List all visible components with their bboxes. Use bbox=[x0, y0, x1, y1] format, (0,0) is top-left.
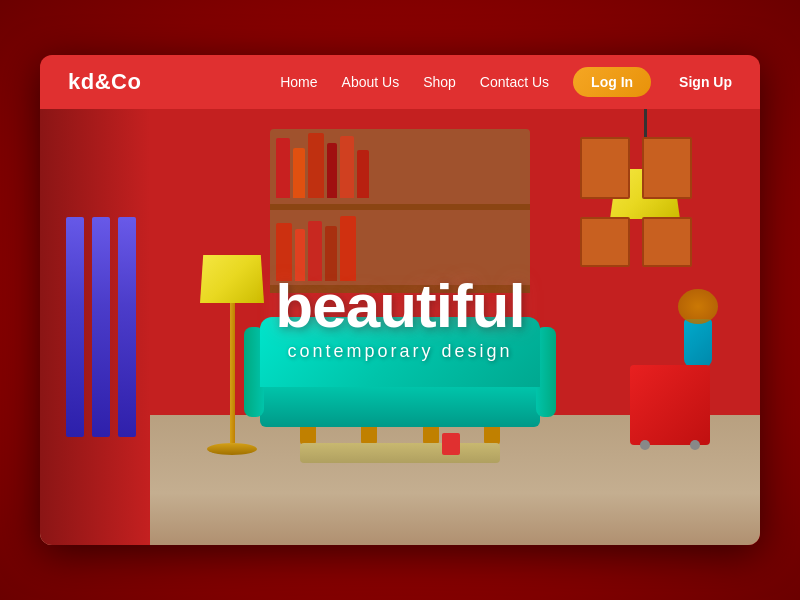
sofa-seat bbox=[260, 387, 540, 427]
window-strip-3 bbox=[118, 217, 136, 437]
window-strip-2 bbox=[92, 217, 110, 437]
window-strip-1 bbox=[66, 217, 84, 437]
vase bbox=[684, 319, 712, 367]
books-row bbox=[270, 129, 530, 202]
nav-contact[interactable]: Contact Us bbox=[480, 74, 549, 90]
login-button[interactable]: Log In bbox=[573, 67, 651, 97]
vase-plant bbox=[678, 289, 718, 324]
book bbox=[276, 223, 292, 281]
hero-section: beautiful contemporary design bbox=[40, 109, 760, 545]
coffee-table bbox=[300, 443, 500, 463]
nav-shop[interactable]: Shop bbox=[423, 74, 456, 90]
sofa-back bbox=[260, 317, 540, 387]
book bbox=[308, 133, 324, 198]
books-row-2 bbox=[270, 212, 530, 285]
app-container: kd&Co Home About Us Shop Contact Us Log … bbox=[40, 55, 760, 545]
wall-frame-1 bbox=[580, 137, 630, 199]
floor-lamp-base bbox=[207, 443, 257, 455]
wall-frame-3 bbox=[580, 217, 630, 267]
book bbox=[340, 216, 356, 281]
book bbox=[295, 229, 305, 281]
table-object bbox=[442, 433, 460, 455]
nav-links: Home About Us Shop Contact Us Log In Sig… bbox=[280, 67, 732, 97]
floor-lamp-stem bbox=[230, 303, 235, 443]
floor-lamp-shade bbox=[200, 255, 264, 303]
wall-frame-2 bbox=[642, 137, 692, 199]
book bbox=[357, 150, 369, 198]
logo: kd&Co bbox=[68, 69, 280, 95]
cabinet-wheel-2 bbox=[690, 440, 700, 450]
wall-frame-4 bbox=[642, 217, 692, 267]
nav-home[interactable]: Home bbox=[280, 74, 317, 90]
book bbox=[325, 226, 337, 281]
side-cabinet bbox=[630, 365, 710, 445]
book bbox=[327, 143, 337, 198]
signup-button[interactable]: Sign Up bbox=[679, 74, 732, 90]
cabinet-wheel-1 bbox=[640, 440, 650, 450]
sofa bbox=[260, 317, 540, 445]
book bbox=[308, 221, 322, 281]
book bbox=[293, 148, 305, 198]
book bbox=[340, 136, 354, 198]
navbar: kd&Co Home About Us Shop Contact Us Log … bbox=[40, 55, 760, 109]
bookshelf bbox=[270, 129, 530, 293]
book bbox=[276, 138, 290, 198]
windows-panel bbox=[40, 109, 150, 545]
nav-about[interactable]: About Us bbox=[342, 74, 400, 90]
